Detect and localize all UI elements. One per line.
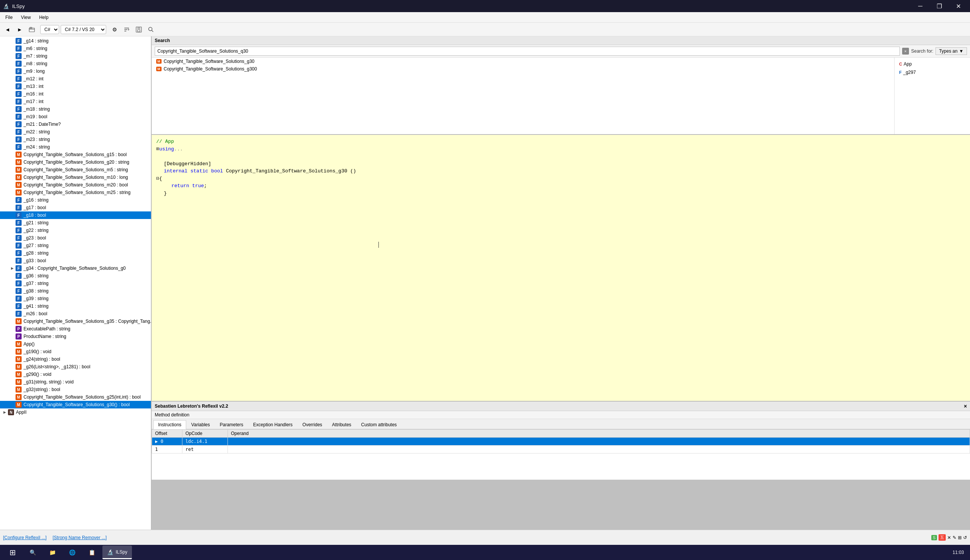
tree-item[interactable]: F_g21 : string xyxy=(0,219,151,227)
tree-expander[interactable] xyxy=(9,387,15,393)
tree-expander[interactable] xyxy=(9,106,15,112)
search-right-g297[interactable]: F _g297 xyxy=(898,69,967,76)
tree-expander[interactable] xyxy=(9,167,15,173)
tree-item[interactable]: MApp() xyxy=(0,340,151,348)
tree-item[interactable]: PExecutablePath : string xyxy=(0,325,151,333)
tree-item[interactable]: MCopyright_Tangible_Software_Solutions_m… xyxy=(0,189,151,196)
tree-expander[interactable] xyxy=(9,295,15,302)
open-button[interactable] xyxy=(27,24,37,35)
tree-expander[interactable] xyxy=(9,326,15,332)
tree-item[interactable]: F_g17 : bool xyxy=(0,204,151,212)
tree-item[interactable]: F_m16 : int xyxy=(0,90,151,98)
code-collapse-brace[interactable]: ⊟ xyxy=(156,175,159,183)
tree-expander[interactable] xyxy=(9,303,15,309)
tree-expander[interactable] xyxy=(9,121,15,127)
minimize-button[interactable]: ─ xyxy=(911,0,929,12)
tree-expander[interactable] xyxy=(9,174,15,180)
tree-expander[interactable] xyxy=(9,235,15,241)
tree-expander[interactable] xyxy=(9,258,15,264)
tree-expander[interactable] xyxy=(9,205,15,211)
search-toolbar-button[interactable] xyxy=(146,24,156,35)
tree-item[interactable]: MCopyright_Tangible_Software_Solutions_m… xyxy=(0,166,151,173)
tree-item[interactable]: F_m24 : string xyxy=(0,143,151,151)
tree-item[interactable]: F_g39 : string xyxy=(0,295,151,302)
tree-item[interactable]: F_m7 : string xyxy=(0,52,151,60)
settings-button[interactable]: ⚙ xyxy=(109,24,120,35)
tree-item[interactable]: F_g23 : bool xyxy=(0,234,151,242)
search-right-app[interactable]: C App xyxy=(898,61,967,67)
tree-expander[interactable] xyxy=(9,53,15,59)
tree-container[interactable]: F_g14 : string F_m6 : string F_m7 : stri… xyxy=(0,37,151,530)
sort-button[interactable] xyxy=(121,24,132,35)
tree-item[interactable]: MCopyright_Tangible_Software_Solutions_m… xyxy=(0,173,151,181)
tree-expander[interactable] xyxy=(9,273,15,279)
tree-item[interactable]: F_m8 : string xyxy=(0,60,151,67)
menu-help[interactable]: Help xyxy=(35,13,52,22)
reflexil-close-button[interactable]: × xyxy=(964,403,967,409)
configure-reflexil-link[interactable]: [Configure Reflexil ...] xyxy=(3,535,47,540)
tree-expander[interactable] xyxy=(9,68,15,74)
tree-item[interactable]: F_g36 : string xyxy=(0,272,151,280)
tree-item[interactable]: F_g27 : string xyxy=(0,242,151,249)
tree-expander[interactable] xyxy=(9,311,15,317)
tree-item[interactable]: MCopyright_Tangible_Software_Solutions_g… xyxy=(0,158,151,166)
tree-item[interactable]: F_g38 : string xyxy=(0,287,151,295)
collapse-icon[interactable]: ⊞ xyxy=(156,145,159,153)
taskbar-notepad[interactable]: 📋 xyxy=(83,546,101,559)
tree-item[interactable]: M_g24(string) : bool xyxy=(0,355,151,363)
forward-button[interactable]: ► xyxy=(14,24,25,35)
tree-expander[interactable] xyxy=(9,212,15,218)
tree-expander[interactable] xyxy=(9,98,15,105)
tree-item[interactable]: F_m9 : long xyxy=(0,67,151,75)
taskbar-ilspy[interactable]: 🔬 ILSpy xyxy=(102,546,132,559)
tree-expander[interactable] xyxy=(9,182,15,188)
start-button[interactable]: ⊞ xyxy=(3,546,22,559)
tree-item[interactable]: ▶NAppII xyxy=(0,408,151,416)
taskbar-explorer[interactable]: 📁 xyxy=(43,546,62,559)
tree-item[interactable]: F_m13 : int xyxy=(0,83,151,90)
tree-expander[interactable] xyxy=(9,197,15,203)
tree-item[interactable]: F_m26 : bool xyxy=(0,310,151,318)
taskbar-search[interactable]: 🔍 xyxy=(23,546,42,559)
search-input[interactable] xyxy=(155,47,900,56)
menu-view[interactable]: View xyxy=(17,13,35,22)
tab-variables[interactable]: Variables xyxy=(186,420,215,429)
tab-attributes[interactable]: Attributes xyxy=(327,420,356,429)
tree-expander[interactable] xyxy=(9,144,15,150)
tree-item[interactable]: M_g290() : void xyxy=(0,370,151,378)
tree-item[interactable]: F_g33 : bool xyxy=(0,257,151,265)
tree-expander[interactable] xyxy=(9,333,15,340)
tree-expander[interactable]: ▶ xyxy=(2,409,8,415)
close-button[interactable]: ✕ xyxy=(950,0,967,12)
strong-name-link[interactable]: [Strong Name Remover ...] xyxy=(53,535,107,540)
tree-item[interactable]: F_m22 : string xyxy=(0,128,151,136)
tree-expander[interactable] xyxy=(9,348,15,355)
tree-item[interactable]: F_g22 : string xyxy=(0,227,151,234)
tree-expander[interactable] xyxy=(9,129,15,135)
tree-item[interactable]: M_g31(string, string) : void xyxy=(0,378,151,386)
tree-expander[interactable] xyxy=(9,220,15,226)
tree-item[interactable]: F_g14 : string xyxy=(0,37,151,45)
search-result-item[interactable]: MCopyright_Tangible_Software_Solutions_g… xyxy=(152,65,894,73)
tree-item[interactable]: PProductName : string xyxy=(0,333,151,340)
tab-parameters[interactable]: Parameters xyxy=(215,420,248,429)
restore-button[interactable]: ❐ xyxy=(931,0,948,12)
tree-item[interactable]: MCopyright_Tangible_Software_Solutions_g… xyxy=(0,401,151,408)
tree-expander[interactable] xyxy=(9,45,15,52)
tree-expander[interactable] xyxy=(9,227,15,233)
search-type-dropdown[interactable]: Types an ▼ xyxy=(935,47,967,55)
tree-expander[interactable] xyxy=(9,159,15,165)
tree-item[interactable]: MCopyright_Tangible_Software_Solutions_g… xyxy=(0,393,151,401)
tree-expander[interactable] xyxy=(9,91,15,97)
tree-expander[interactable] xyxy=(9,76,15,82)
tree-expander[interactable] xyxy=(9,371,15,377)
tree-expander[interactable] xyxy=(9,137,15,142)
tab-custom-attributes[interactable]: Custom attributes xyxy=(356,420,401,429)
tree-expander[interactable] xyxy=(9,364,15,370)
tree-expander[interactable] xyxy=(9,288,15,294)
tree-item[interactable]: F_g41 : string xyxy=(0,302,151,310)
tree-item[interactable]: F_m18 : string xyxy=(0,105,151,113)
search-clear-button[interactable]: × xyxy=(902,48,909,55)
tree-item[interactable]: F_g16 : string xyxy=(0,196,151,204)
tree-expander[interactable] xyxy=(9,114,15,120)
